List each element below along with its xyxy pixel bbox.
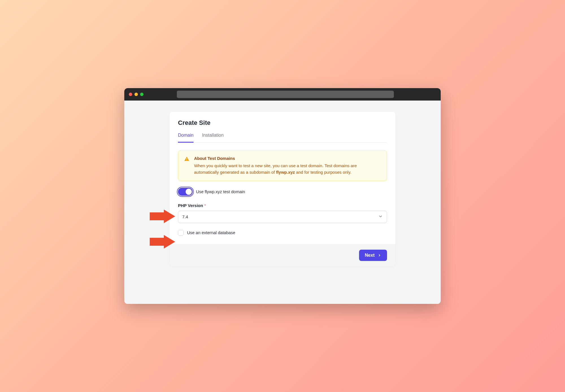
card-body: About Test Domains When you quickly want… — [169, 143, 395, 244]
page-title: Create Site — [178, 119, 387, 127]
svg-rect-0 — [186, 158, 187, 160]
notice-title: About Test Domains — [194, 156, 381, 161]
annotation-arrow-toggle — [150, 210, 175, 223]
notice-body: When you quickly want to test a new site… — [194, 162, 381, 176]
browser-viewport: Create Site Domain Installation About Te… — [124, 101, 441, 304]
tab-installation[interactable]: Installation — [202, 133, 224, 143]
php-version-select[interactable] — [178, 211, 387, 223]
maximize-window-dot[interactable] — [140, 93, 144, 96]
warning-triangle-icon — [184, 156, 190, 162]
notice-content: About Test Domains When you quickly want… — [194, 156, 381, 176]
php-version-select-wrap — [178, 211, 387, 223]
url-bar[interactable] — [177, 91, 394, 98]
create-site-card: Create Site Domain Installation About Te… — [169, 112, 395, 267]
minimize-window-dot[interactable] — [134, 93, 138, 96]
test-domain-toggle-row: Use flywp.xyz test domain — [178, 188, 387, 196]
close-window-dot[interactable] — [129, 93, 132, 96]
tab-list: Domain Installation — [178, 133, 387, 143]
tab-domain[interactable]: Domain — [178, 133, 194, 143]
svg-marker-2 — [150, 210, 175, 223]
test-domain-toggle-label: Use flywp.xyz test domain — [196, 189, 245, 194]
chevron-right-icon — [377, 253, 381, 257]
php-version-label: PHP Version * — [178, 203, 387, 208]
annotation-arrow-select — [150, 235, 175, 249]
notice-test-domains: About Test Domains When you quickly want… — [178, 151, 387, 181]
next-button[interactable]: Next — [359, 250, 387, 261]
svg-point-1 — [186, 160, 187, 160]
test-domain-toggle[interactable] — [178, 188, 193, 196]
browser-titlebar — [124, 88, 441, 101]
browser-window: Create Site Domain Installation About Te… — [124, 88, 441, 304]
svg-marker-3 — [150, 235, 175, 249]
external-db-label: Use an external database — [187, 230, 235, 235]
card-header: Create Site Domain Installation — [169, 112, 395, 143]
external-db-row: Use an external database — [178, 230, 387, 236]
external-db-checkbox[interactable] — [178, 230, 184, 236]
card-footer: Next — [169, 244, 395, 267]
